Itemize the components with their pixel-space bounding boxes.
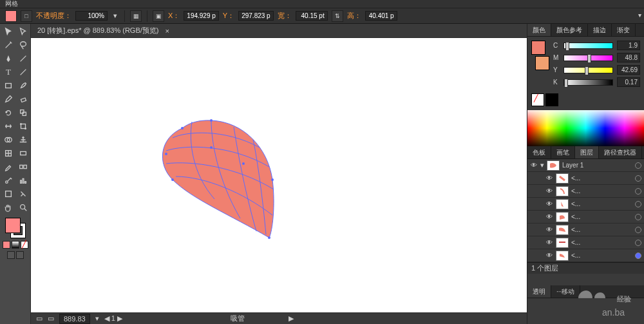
link-wh-icon[interactable]: ⇅ (332, 10, 343, 22)
sublayer-row[interactable]: 👁<... (527, 249, 644, 262)
magic-wand-tool[interactable] (1, 39, 15, 52)
perspective-grid-tool[interactable] (16, 133, 30, 146)
none-mode-swatch[interactable]: ╱ (21, 241, 28, 249)
fill-swatch[interactable] (5, 218, 21, 233)
pencil-tool[interactable] (1, 93, 15, 106)
target-icon[interactable] (635, 227, 641, 233)
view-mode-icon[interactable]: ▭ (36, 314, 43, 323)
scale-tool[interactable] (16, 106, 30, 119)
h-input[interactable]: 40.401 p (365, 11, 397, 21)
x-input[interactable]: 194.929 p (184, 11, 219, 21)
pen-tool[interactable] (1, 52, 15, 65)
selection-tool[interactable] (1, 25, 15, 38)
expand-icon[interactable]: ▾ (540, 161, 544, 169)
sublayer-row[interactable]: 👁<... (527, 224, 644, 236)
artboard-nav-icon[interactable]: ▭ (48, 314, 54, 323)
hand-tool[interactable] (1, 201, 15, 214)
visibility-icon[interactable]: 👁 (545, 252, 553, 260)
visibility-icon[interactable]: 👁 (545, 239, 553, 247)
target-icon[interactable] (635, 201, 641, 207)
eraser-tool[interactable] (16, 93, 30, 106)
line-tool[interactable] (16, 66, 30, 79)
lasso-tool[interactable] (16, 39, 30, 52)
visibility-icon[interactable]: 👁 (530, 162, 538, 169)
stroke-indicator[interactable]: □ (21, 10, 32, 22)
screen-mode-normal[interactable] (7, 251, 15, 259)
tab-brushes[interactable]: 画笔 (551, 146, 575, 158)
sublayer-row[interactable]: 👁<... (527, 172, 644, 185)
blend-tool[interactable] (16, 160, 30, 173)
gradient-tool[interactable] (16, 147, 30, 160)
zoom-input[interactable]: 889.83 (59, 314, 90, 324)
tab-color[interactable]: 颜色 (527, 24, 551, 36)
target-icon[interactable] (635, 253, 641, 259)
m-value[interactable]: 48.8 (617, 53, 640, 62)
k-value[interactable]: 0.17 (617, 77, 640, 87)
target-icon[interactable] (635, 240, 641, 246)
visibility-icon[interactable]: 👁 (545, 226, 553, 234)
opacity-input[interactable]: 100% (75, 11, 108, 21)
direct-selection-tool[interactable] (16, 25, 30, 38)
screen-mode-full[interactable] (16, 251, 24, 259)
fill-stroke-swatch[interactable] (5, 218, 26, 238)
panel-fill-stroke[interactable] (531, 41, 549, 77)
mesh-tool[interactable] (1, 147, 15, 160)
column-graph-tool[interactable] (16, 174, 30, 187)
rotate-tool[interactable] (1, 106, 15, 119)
tab-pathfinder[interactable]: 路径查找器 (599, 146, 642, 158)
zoom-tool[interactable] (16, 201, 30, 214)
m-slider[interactable] (564, 55, 613, 61)
eyedropper-tool[interactable] (1, 160, 15, 173)
target-icon[interactable] (635, 188, 641, 195)
black-swatch[interactable] (545, 93, 558, 106)
sublayer-row[interactable]: 👁<... (527, 198, 644, 211)
visibility-icon[interactable]: 👁 (545, 187, 553, 195)
tab-extra[interactable]: ···移动 (551, 285, 580, 298)
free-transform-tool[interactable] (16, 120, 30, 133)
slice-tool[interactable] (16, 187, 30, 200)
mesh-artwork[interactable] (147, 102, 314, 244)
document-tab[interactable]: 20 [转换].eps* @ 889.83% (RGB/预览) × (31, 24, 527, 38)
sublayer-row[interactable]: 👁<... (527, 185, 644, 198)
type-tool[interactable]: T (1, 66, 15, 79)
close-tab-icon[interactable]: × (165, 27, 169, 35)
y-value[interactable]: 42.69 (617, 65, 640, 75)
sublayer-row[interactable]: 👁<... (527, 211, 644, 224)
align-icon[interactable]: ▦ (130, 10, 142, 22)
layer-thumbnail[interactable] (547, 160, 560, 171)
visibility-icon[interactable]: 👁 (545, 213, 553, 221)
color-spectrum[interactable] (527, 110, 644, 146)
none-swatch[interactable]: ╱ (531, 93, 544, 106)
visibility-icon[interactable]: 👁 (545, 175, 553, 182)
titlebar-menu-icon[interactable]: ▾ (638, 12, 641, 19)
color-mode-swatch[interactable] (3, 241, 10, 249)
transform-anchor-icon[interactable]: ▣ (153, 10, 164, 22)
layer-name[interactable]: Layer 1 (562, 162, 632, 169)
layer-row[interactable]: 👁 ▾ Layer 1 (527, 159, 644, 172)
w-input[interactable]: 40.15 pt (296, 11, 328, 21)
zoom-dropdown-icon[interactable]: ▾ (95, 314, 99, 323)
artboard-tool[interactable] (1, 187, 15, 200)
shape-builder-tool[interactable] (1, 133, 15, 146)
symbol-sprayer-tool[interactable] (1, 174, 15, 187)
y-slider[interactable] (564, 67, 613, 73)
tab-stroke[interactable]: 描边 (588, 24, 612, 36)
tab-layers[interactable]: 图层 (575, 146, 599, 158)
c-slider[interactable] (564, 43, 613, 49)
tab-color-guide[interactable]: 颜色参考 (551, 24, 588, 36)
k-slider[interactable] (564, 79, 613, 86)
fill-indicator[interactable] (5, 10, 17, 22)
target-icon[interactable] (635, 162, 641, 169)
c-value[interactable]: 1.9 (617, 41, 640, 50)
tab-swatches[interactable]: 色板 (527, 146, 551, 158)
target-icon[interactable] (635, 214, 641, 220)
curvature-tool[interactable] (16, 52, 30, 65)
canvas[interactable] (31, 38, 527, 312)
visibility-icon[interactable]: 👁 (545, 200, 553, 208)
gradient-mode-swatch[interactable] (12, 241, 19, 249)
paintbrush-tool[interactable] (16, 79, 30, 92)
page-nav[interactable]: ◀ 1 ▶ (104, 314, 122, 323)
tab-gradient[interactable]: 渐变 (612, 24, 636, 36)
y-input[interactable]: 297.823 p (238, 11, 274, 21)
rectangle-tool[interactable] (1, 79, 15, 92)
